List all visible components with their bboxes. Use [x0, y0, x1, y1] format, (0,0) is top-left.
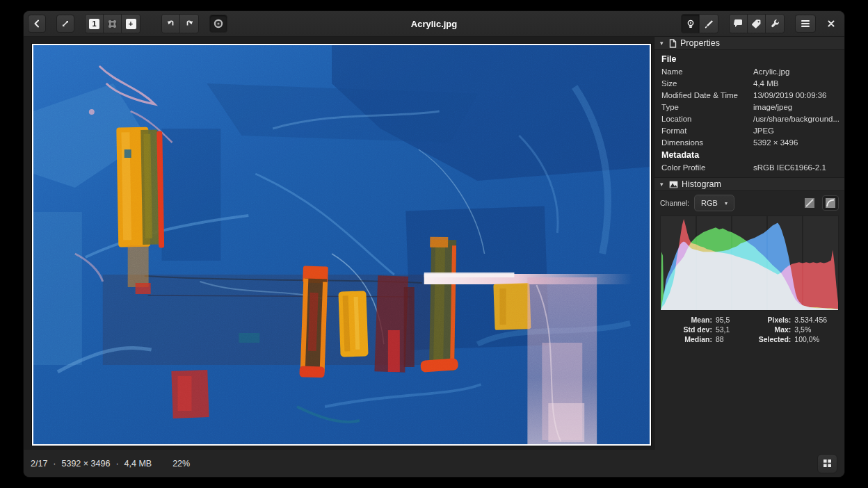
histogram-plot [660, 215, 839, 311]
tools-button[interactable] [766, 15, 784, 33]
thumbnail-grid-button[interactable] [817, 454, 837, 473]
window-title: Acrylic.jpg [24, 19, 844, 29]
header-bar: Acrylic.jpg 1 + [24, 11, 844, 37]
zoom-in-icon: + [126, 19, 136, 29]
linear-scale-button[interactable] [801, 195, 818, 211]
close-button[interactable] [822, 15, 840, 33]
histogram-section: ▾ Histogram Channel: RGB ▾ [654, 177, 844, 350]
acrylic-painting-image[interactable] [33, 45, 650, 444]
zoom-in-button[interactable]: + [122, 15, 140, 33]
channel-selected-value: RGB [701, 199, 718, 207]
channel-select-dropdown[interactable]: RGB ▾ [694, 195, 734, 211]
image-viewer [24, 37, 654, 450]
comment-icon [733, 19, 744, 29]
table-row: Typeimage/jpeg [661, 101, 837, 113]
image-frame [32, 44, 651, 446]
dot-separator: · [53, 459, 56, 469]
grid-icon [823, 459, 832, 468]
table-row: Location/usr/share/background... [661, 113, 837, 124]
rotate-right-button[interactable] [180, 15, 198, 33]
tags-button[interactable] [748, 15, 766, 33]
adjust-colors-icon [213, 18, 224, 29]
document-icon [669, 39, 677, 48]
log-scale-button[interactable] [822, 195, 839, 211]
properties-header-label: Properties [680, 38, 720, 48]
rotate-left-button[interactable] [162, 15, 180, 33]
annotate-tools-group [729, 14, 785, 33]
edit-image-button[interactable] [700, 15, 718, 33]
table-row: FormatJPEG [661, 124, 837, 136]
histogram-header-label: Histogram [682, 179, 721, 189]
rotate-left-icon [166, 19, 176, 29]
rotate-button-group [161, 14, 199, 33]
zoom-fit-icon [107, 19, 118, 29]
linear-scale-icon [805, 198, 814, 208]
file-section-heading: File [661, 52, 837, 65]
close-icon [827, 19, 835, 28]
histogram-stats: Mean:95,5 Std dev:53,1 Median:88 Pixels:… [654, 311, 844, 350]
dot-separator: · [115, 459, 118, 469]
image-position: 2/17 [31, 459, 47, 469]
back-icon [32, 19, 42, 29]
properties-pane-header[interactable]: ▾ Properties [654, 37, 844, 50]
image-icon [669, 181, 678, 188]
table-row: Modified Date & Time13/09/2019 00:09:36 [661, 89, 837, 101]
zoom-original-button[interactable]: 1 [86, 15, 104, 33]
adjust-colors-button[interactable] [209, 15, 227, 33]
lightbulb-icon [686, 19, 696, 29]
comment-button[interactable] [730, 15, 748, 33]
chevron-down-icon: ▾ [725, 200, 728, 206]
zoom-fit-button[interactable] [104, 15, 122, 33]
properties-sidebar: ▾ Properties File NameAcrylic.jpg Size4,… [654, 37, 844, 450]
zoom-original-icon: 1 [89, 19, 99, 29]
channel-row: Channel: RGB ▾ [654, 191, 844, 215]
table-row: Dimensions5392 × 3496 [661, 136, 837, 148]
properties-toggle-button[interactable] [682, 15, 700, 33]
view-tools-group [681, 14, 718, 33]
image-size: 4,4 MB [124, 459, 152, 469]
menu-button[interactable] [795, 15, 816, 33]
image-dimensions: 5392 × 3496 [62, 459, 111, 469]
back-button[interactable] [28, 15, 46, 33]
tag-icon [751, 19, 762, 29]
channel-label: Channel: [660, 199, 689, 207]
rotate-right-icon [184, 19, 195, 29]
file-properties-table: File NameAcrylic.jpg Size4,4 MB Modified… [654, 50, 844, 177]
zoom-level: 22% [172, 459, 190, 469]
stats-left-column: Mean:95,5 Std dev:53,1 Median:88 [672, 316, 730, 345]
fullscreen-icon [61, 19, 70, 29]
log-scale-icon [826, 198, 835, 208]
status-bar: 2/17 · 5392 × 3496 · 4,4 MB 22% [24, 450, 844, 477]
menu-icon [801, 19, 810, 28]
brush-icon [704, 19, 714, 29]
histogram-pane-header[interactable]: ▾ Histogram [654, 178, 844, 191]
disclosure-triangle-icon: ▾ [660, 181, 666, 188]
table-row: Size4,4 MB [661, 77, 837, 89]
stats-right-column: Pixels:3.534.456 Max:3,5% Selected:100,0… [748, 316, 827, 345]
app-window: Acrylic.jpg 1 + [23, 10, 845, 478]
table-row: NameAcrylic.jpg [661, 65, 837, 77]
metadata-section-heading: Metadata [661, 148, 837, 161]
fullscreen-button[interactable] [56, 15, 74, 33]
wrench-icon [770, 19, 780, 29]
zoom-button-group: 1 + [85, 14, 140, 33]
disclosure-triangle-icon: ▾ [660, 40, 666, 47]
table-row: Color ProfilesRGB IEC61966-2.1 [661, 161, 837, 173]
